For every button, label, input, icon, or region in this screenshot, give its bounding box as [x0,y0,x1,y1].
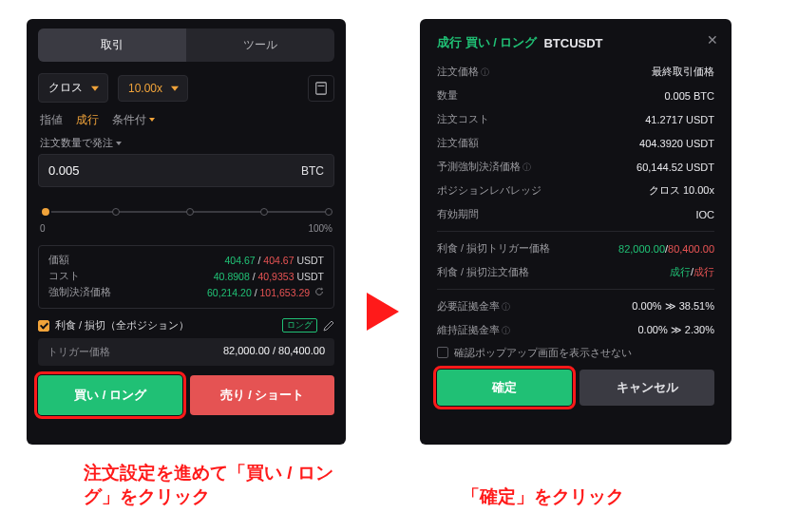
buy-long-button[interactable]: 買い / ロング [38,375,182,415]
order-form-panel: 取引 ツール クロス 10.00x 指値 成行 条件付 注文数量で発注 0.00… [27,19,346,445]
stat-cost-label: コスト [48,270,80,283]
tp-price-label: 利食 / 損切注文価格 [437,265,529,279]
confirm-dialog: ✕ 成行 買い / ロング BTCUSDT 注文価格最終取引価格 数量0.005… [420,19,732,445]
caption-left: 注文設定を進めて「買い / ロング」をクリック [84,461,369,509]
qty-slider[interactable] [38,202,334,221]
qty-label: 数量 [437,88,458,103]
trigger-price-label: トリガー価格 [48,345,110,359]
confirm-button[interactable]: 確定 [437,370,572,406]
dont-show-row[interactable]: 確認ポップアップ画面を表示させない [437,347,714,360]
qty-unit: BTC [301,164,324,178]
dialog-title: 成行 買い / ロング BTCUSDT [437,34,714,51]
margin-mode-select[interactable]: クロス [38,73,108,103]
slider-max-label: 100% [308,223,332,234]
leverage-select[interactable]: 10.00x [118,75,188,102]
qty-value: 0.005 BTC [664,90,714,102]
cost-value: 41.2717 USDT [645,114,714,125]
margin-maint-label: 維持証拠金率 [437,323,510,337]
margin-req-value: 0.00% ≫ 38.51% [632,300,714,313]
order-type-limit[interactable]: 指値 [40,112,63,128]
order-type-conditional[interactable]: 条件付 [112,112,155,128]
stat-cost-value: 40.8908 / 40,9353 USDT [214,271,324,282]
cost-label: 注文コスト [437,112,489,126]
close-button[interactable]: ✕ [707,32,718,48]
order-type-tabs: 指値 成行 条件付 [40,112,334,128]
flow-arrow-icon [367,131,399,333]
edit-icon[interactable] [323,320,334,332]
calculator-icon [314,82,328,95]
cancel-button[interactable]: キャンセル [580,370,714,406]
margin-maint-value: 0.00% ≫ 2.30% [637,324,714,336]
liq-label: 予測強制決済価格 [437,160,531,174]
order-price-value: 最終取引価格 [652,65,714,79]
tab-tool[interactable]: ツール [186,28,334,62]
slider-thumb[interactable] [40,206,51,218]
caption-right: 「確定」をクリック [462,484,747,509]
order-type-market[interactable]: 成行 [76,112,99,128]
stat-price-label: 価額 [48,254,69,267]
svg-marker-8 [367,293,399,331]
refresh-icon[interactable] [314,287,324,296]
value-value: 404.3920 USDT [639,138,714,149]
slider-min-label: 0 [40,223,46,234]
svg-rect-0 [316,82,327,93]
trigger-price-row: トリガー価格 82,000.00 / 80,400.00 [38,338,334,366]
tif-label: 有効期間 [437,207,479,221]
order-price-label: 注文価格 [437,65,489,79]
margin-req-label: 必要証拠金率 [437,299,510,314]
qty-input[interactable]: 0.005 BTC [38,154,334,187]
dont-show-checkbox[interactable] [437,347,448,358]
tp-trigger-value: 82,000.00/80,400.00 [618,243,714,255]
lev-value: クロス 10.00x [649,183,714,198]
qty-mode-label[interactable]: 注文数量で発注 [40,136,334,150]
stat-price-value: 404.67 / 404.67 USDT [224,255,324,266]
trigger-price-value: 82,000.00 / 80,400.00 [223,345,325,359]
sell-short-button[interactable]: 売り / ショート [190,375,334,415]
chevron-down-icon [113,137,122,148]
calculator-button[interactable] [308,75,334,102]
tp-trigger-label: 利食 / 損切トリガー価格 [437,241,550,256]
stat-liq-label: 強制決済価格 [48,286,111,299]
tp-price-value: 成行/成行 [670,265,714,279]
order-stats-box: 価額 404.67 / 404.67 USDT コスト 40.8908 / 40… [38,245,334,309]
tab-trade[interactable]: 取引 [38,28,186,62]
tp-sl-checkbox[interactable] [38,320,49,332]
tif-value: IOC [695,209,714,220]
mode-tabs: 取引 ツール [38,28,334,62]
liq-value: 60,144.52 USDT [636,162,714,173]
qty-value: 0.005 [48,163,301,178]
tp-sl-label: 利食 / 損切（全ポジション） [55,318,189,332]
lev-label: ポジションレバレッジ [437,183,542,198]
value-label: 注文価額 [437,136,479,150]
stat-liq-value: 60,214.20 / 101,653.29 [207,287,324,298]
direction-badge: ロング [282,318,317,332]
